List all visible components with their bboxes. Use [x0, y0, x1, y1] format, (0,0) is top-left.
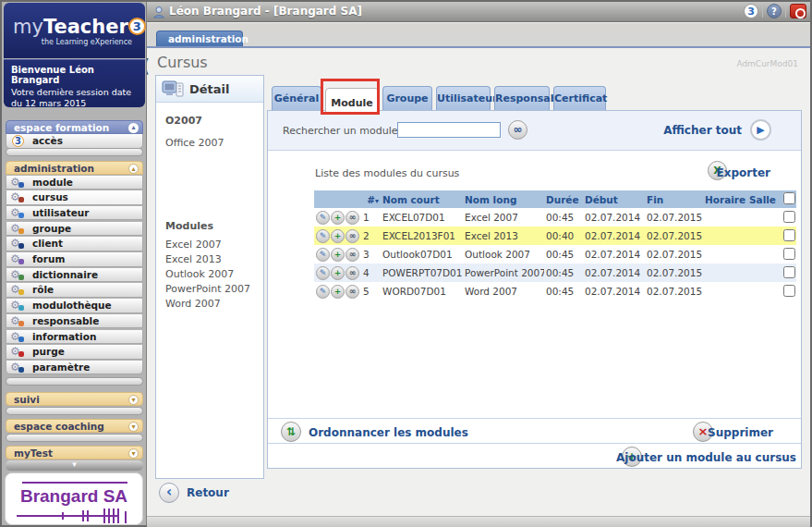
row-checkbox[interactable] [783, 248, 795, 260]
attach-add-icon[interactable]: + [331, 229, 345, 243]
sidebar-section-mytest[interactable]: myTest ▾ [6, 446, 143, 460]
table-row[interactable]: ✎+∞5 WORD07D01 Word 2007 00:45 02.07.201… [314, 282, 796, 300]
table-row[interactable]: ✎+∞3 Outlook07D01 Outlook 2007 00:45 02.… [314, 245, 796, 264]
separator [785, 5, 786, 18]
edit-icon[interactable]: ✎ [316, 211, 330, 225]
show-all-link[interactable]: Afficher tout [663, 124, 742, 137]
preview-binoculars-icon[interactable]: ∞ [345, 229, 359, 243]
delete-link[interactable]: Supprimer [708, 426, 773, 439]
sidebar-item-label: responsable [32, 315, 99, 326]
col-num[interactable]: #▾ [314, 190, 381, 208]
sidebar-item-cursus[interactable]: ⚙cursus [6, 190, 143, 205]
titlebar: Léon Brangard - [Brangard SA] 3 ? [147, 2, 810, 22]
tab-certificat[interactable]: Certificat [553, 86, 606, 110]
sidebar-section-administration[interactable]: administration ▴ [6, 161, 143, 175]
cell-duree: 00:45 [544, 282, 583, 300]
content-area: ( Cursus AdmCurMod01 Détail [147, 48, 810, 525]
col-nom-court[interactable]: Nom court [381, 190, 463, 208]
sidebar-item-module[interactable]: ⚙module [6, 176, 143, 190]
version-3-icon[interactable]: 3 [744, 4, 758, 18]
add-module-link[interactable]: Ajouter un module au cursus [616, 451, 796, 464]
sort-desc-icon: ▾ [375, 197, 379, 205]
sidebar-collapse-bar[interactable]: ▾ [6, 460, 143, 471]
table-row[interactable]: ✎+∞4 POWERPT07D01 PowerPoint 2007 00:45 … [314, 264, 796, 282]
sidebar-item-role[interactable]: ⚙rôle [6, 283, 143, 298]
order-modules-link[interactable]: Ordonnancer les modules [309, 426, 468, 439]
row-checkbox[interactable] [783, 266, 795, 278]
expand-down-icon[interactable]: ▾ [128, 395, 139, 405]
responsable-icon [18, 321, 24, 326]
preview-binoculars-icon[interactable]: ∞ [345, 266, 359, 280]
help-icon[interactable]: ? [767, 4, 782, 18]
attach-add-icon[interactable]: + [331, 248, 345, 262]
modules-table: #▾ Nom court Nom long Durée Début Fin Ho… [314, 190, 796, 300]
attach-add-icon[interactable]: + [331, 266, 345, 280]
sidebar-item-label: paramètre [32, 362, 90, 373]
back-button[interactable]: ‹ Retour [159, 483, 229, 503]
edit-icon[interactable]: ✎ [316, 248, 330, 262]
sidebar-item-information[interactable]: ⚙information [6, 330, 143, 345]
col-duree[interactable]: Durée [544, 190, 583, 208]
cell-debut: 02.07.2014 [583, 227, 645, 245]
row-checkbox[interactable] [783, 229, 795, 241]
last-session-text: Votre dernière session date du 12 mars 2… [11, 87, 138, 109]
table-action-row: ⇅ Ordonnancer les modules × Supprimer [268, 418, 801, 444]
table-row-selected[interactable]: ✎+∞2 EXCEL2013F01 Excel 2013 00:40 02.07… [314, 227, 796, 245]
sidebar-spacer [6, 407, 143, 415]
edit-icon[interactable]: ✎ [316, 229, 330, 243]
cell-horaire [703, 245, 747, 264]
order-arrows-icon[interactable]: ⇅ [281, 422, 301, 442]
tab-groupe[interactable]: Groupe [382, 86, 432, 110]
attach-add-icon[interactable]: + [331, 285, 345, 299]
col-horaire[interactable]: Horaire [703, 190, 747, 208]
tab-module[interactable]: Module [325, 88, 379, 115]
tab-utilisateur[interactable]: Utilisateur [436, 86, 491, 110]
search-binoculars-icon[interactable]: ∞ [508, 120, 527, 140]
sidebar-item-groupe[interactable]: ⚙groupe [6, 222, 143, 237]
row-checkbox[interactable] [783, 285, 795, 297]
cell-debut: 02.07.2014 [583, 208, 645, 227]
expand-down-icon[interactable]: ▾ [128, 448, 139, 459]
cell-nom-long: Outlook 2007 [463, 245, 544, 264]
sidebar-item-acces[interactable]: 3 accès [6, 134, 143, 149]
sidebar-item-purge[interactable]: ⚙purge [6, 345, 143, 360]
collapse-up-icon[interactable]: ▴ [128, 164, 139, 174]
tab-general[interactable]: Général [272, 86, 321, 110]
cell-nom-court: EXCEL07D01 [381, 208, 463, 227]
user-icon [152, 6, 165, 18]
sidebar-item-utilisateur[interactable]: ⚙utilisateur [6, 206, 143, 221]
sidebar-item-label: forum [32, 253, 65, 264]
attach-add-icon[interactable]: + [331, 211, 345, 225]
preview-binoculars-icon[interactable]: ∞ [345, 211, 359, 225]
preview-binoculars-icon[interactable]: ∞ [345, 248, 359, 262]
col-fin[interactable]: Fin [645, 190, 703, 208]
collapse-up-icon[interactable]: ▴ [128, 123, 139, 133]
preview-binoculars-icon[interactable]: ∞ [345, 285, 359, 299]
play-icon[interactable]: ▶ [750, 119, 771, 141]
col-nom-long[interactable]: Nom long [463, 190, 544, 208]
sidebar-item-client[interactable]: ⚙client [6, 237, 143, 251]
add-module-row: + Ajouter un module au cursus [268, 444, 801, 470]
sidebar-section-espace-coaching[interactable]: espace coaching ▾ [6, 419, 143, 433]
logout-power-icon[interactable] [790, 4, 806, 18]
export-link[interactable]: Exporter [717, 166, 770, 179]
screen-code: AdmCurMod01 [736, 59, 798, 68]
edit-icon[interactable]: ✎ [316, 285, 330, 299]
sidebar-section-espace-formation[interactable]: espace formation ▴ [6, 120, 143, 134]
tab-responsable[interactable]: Responsable [494, 86, 550, 110]
edit-icon[interactable]: ✎ [316, 266, 330, 280]
row-checkbox[interactable] [783, 211, 795, 223]
sidebar-item-dictionnaire[interactable]: ⚙dictionnaire [6, 268, 143, 283]
table-row[interactable]: ✎+∞1 EXCEL07D01 Excel 2007 00:45 02.07.2… [314, 208, 796, 227]
col-salle[interactable]: Salle [747, 190, 782, 208]
sidebar-item-parametre[interactable]: ⚙paramètre [6, 361, 143, 375]
sidebar-item-modulotheque[interactable]: ⚙modulothèque [6, 299, 143, 313]
sidebar-section-suivi[interactable]: suivi ▾ [6, 392, 143, 406]
tab-administration[interactable]: administration [156, 31, 243, 46]
sidebar-item-responsable[interactable]: ⚙responsable [6, 314, 143, 329]
search-input[interactable] [397, 122, 501, 138]
col-debut[interactable]: Début [583, 190, 645, 208]
expand-down-icon[interactable]: ▾ [128, 422, 139, 432]
sidebar-item-forum[interactable]: ⚙forum [6, 252, 143, 267]
select-all-checkbox[interactable] [783, 192, 795, 204]
